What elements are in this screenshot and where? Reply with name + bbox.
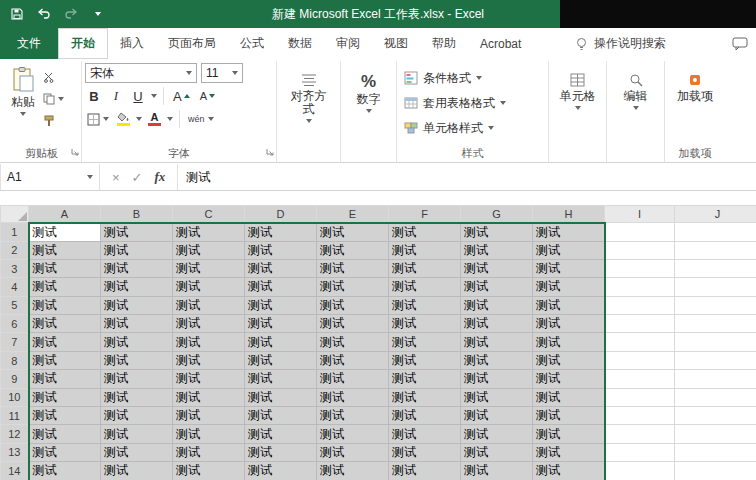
cell-G1[interactable]: 测试 <box>461 223 533 242</box>
cell-A11[interactable]: 测试 <box>29 407 101 425</box>
bold-button[interactable]: B <box>85 86 103 106</box>
cell-H7[interactable]: 测试 <box>533 333 605 351</box>
cell-I9[interactable] <box>605 370 675 388</box>
tell-me-search[interactable]: 操作说明搜索 <box>575 28 666 59</box>
cell-A14[interactable]: 测试 <box>29 462 101 480</box>
cell-E4[interactable]: 测试 <box>317 278 389 296</box>
cell-I3[interactable] <box>605 259 675 277</box>
cell-B11[interactable]: 测试 <box>101 407 173 425</box>
cell-A5[interactable]: 测试 <box>29 296 101 314</box>
cell-I5[interactable] <box>605 296 675 314</box>
clipboard-dialog-launcher[interactable] <box>71 145 79 159</box>
column-header-D[interactable]: D <box>245 206 317 223</box>
cell-J4[interactable] <box>675 278 756 296</box>
column-header-E[interactable]: E <box>317 206 389 223</box>
addins-button[interactable]: 加载项 <box>671 69 719 103</box>
cell-A4[interactable]: 测试 <box>29 278 101 296</box>
cell-C8[interactable]: 测试 <box>173 351 245 369</box>
name-box[interactable]: A1 <box>0 164 100 190</box>
cell-J10[interactable] <box>675 388 756 406</box>
cell-B13[interactable]: 测试 <box>101 443 173 461</box>
cell-E9[interactable]: 测试 <box>317 370 389 388</box>
tab-insert[interactable]: 插入 <box>108 28 156 59</box>
cell-D8[interactable]: 测试 <box>245 351 317 369</box>
cell-B4[interactable]: 测试 <box>101 278 173 296</box>
phonetic-guide-button[interactable]: wén <box>186 111 216 127</box>
paste-button[interactable]: 粘贴 <box>5 63 41 145</box>
cell-G2[interactable]: 测试 <box>461 241 533 259</box>
cell-I2[interactable] <box>605 241 675 259</box>
cell-J3[interactable] <box>675 259 756 277</box>
increase-font-button[interactable]: A <box>170 86 193 106</box>
cell-I1[interactable] <box>605 223 675 242</box>
cell-F12[interactable]: 测试 <box>389 425 461 443</box>
cell-G8[interactable]: 测试 <box>461 351 533 369</box>
cell-H8[interactable]: 测试 <box>533 351 605 369</box>
cell-I13[interactable] <box>605 443 675 461</box>
cell-C1[interactable]: 测试 <box>173 223 245 242</box>
cell-G10[interactable]: 测试 <box>461 388 533 406</box>
tab-data[interactable]: 数据 <box>276 28 324 59</box>
row-header-9[interactable]: 9 <box>1 370 29 388</box>
cell-G6[interactable]: 测试 <box>461 315 533 333</box>
cell-H5[interactable]: 测试 <box>533 296 605 314</box>
cell-E7[interactable]: 测试 <box>317 333 389 351</box>
cell-D12[interactable]: 测试 <box>245 425 317 443</box>
format-painter-button[interactable] <box>41 113 66 129</box>
cell-styles-button[interactable]: 单元格样式 <box>400 118 545 138</box>
cell-I4[interactable] <box>605 278 675 296</box>
cell-B14[interactable]: 测试 <box>101 462 173 480</box>
cell-C9[interactable]: 测试 <box>173 370 245 388</box>
format-as-table-button[interactable]: 套用表格格式 <box>400 93 545 113</box>
cell-G9[interactable]: 测试 <box>461 370 533 388</box>
row-header-5[interactable]: 5 <box>1 296 29 314</box>
column-header-G[interactable]: G <box>461 206 533 223</box>
cell-E8[interactable]: 测试 <box>317 351 389 369</box>
cell-B12[interactable]: 测试 <box>101 425 173 443</box>
cell-E14[interactable]: 测试 <box>317 462 389 480</box>
cell-F4[interactable]: 测试 <box>389 278 461 296</box>
formula-input[interactable]: 测试 <box>178 164 756 190</box>
number-format-button[interactable]: % 数字 <box>351 69 387 113</box>
cell-I10[interactable] <box>605 388 675 406</box>
cell-H12[interactable]: 测试 <box>533 425 605 443</box>
cell-J5[interactable] <box>675 296 756 314</box>
row-header-7[interactable]: 7 <box>1 333 29 351</box>
row-header-13[interactable]: 13 <box>1 443 29 461</box>
cell-H6[interactable]: 测试 <box>533 315 605 333</box>
column-header-J[interactable]: J <box>675 206 756 223</box>
cell-E10[interactable]: 测试 <box>317 388 389 406</box>
cell-G5[interactable]: 测试 <box>461 296 533 314</box>
cell-F14[interactable]: 测试 <box>389 462 461 480</box>
font-size-combo[interactable]: 11 <box>201 63 243 83</box>
enter-button[interactable]: ✓ <box>132 170 143 185</box>
font-name-combo[interactable]: 宋体 <box>85 63 197 83</box>
row-header-1[interactable]: 1 <box>1 223 29 242</box>
cell-J12[interactable] <box>675 425 756 443</box>
cancel-button[interactable]: × <box>112 170 120 185</box>
copy-button[interactable] <box>41 91 66 107</box>
cell-D10[interactable]: 测试 <box>245 388 317 406</box>
column-header-C[interactable]: C <box>173 206 245 223</box>
cell-D5[interactable]: 测试 <box>245 296 317 314</box>
cells-button[interactable]: 单元格 <box>554 69 602 110</box>
cell-G7[interactable]: 测试 <box>461 333 533 351</box>
cell-C5[interactable]: 测试 <box>173 296 245 314</box>
cell-C3[interactable]: 测试 <box>173 259 245 277</box>
cell-F2[interactable]: 测试 <box>389 241 461 259</box>
cell-A8[interactable]: 测试 <box>29 351 101 369</box>
cell-C11[interactable]: 测试 <box>173 407 245 425</box>
cell-J7[interactable] <box>675 333 756 351</box>
row-header-8[interactable]: 8 <box>1 351 29 369</box>
cell-B1[interactable]: 测试 <box>101 223 173 242</box>
cell-D7[interactable]: 测试 <box>245 333 317 351</box>
save-button[interactable] <box>8 5 26 23</box>
cell-J1[interactable] <box>675 223 756 242</box>
row-header-11[interactable]: 11 <box>1 407 29 425</box>
cell-F11[interactable]: 测试 <box>389 407 461 425</box>
cell-I7[interactable] <box>605 333 675 351</box>
cell-B10[interactable]: 测试 <box>101 388 173 406</box>
cell-H14[interactable]: 测试 <box>533 462 605 480</box>
cell-C4[interactable]: 测试 <box>173 278 245 296</box>
cell-J11[interactable] <box>675 407 756 425</box>
